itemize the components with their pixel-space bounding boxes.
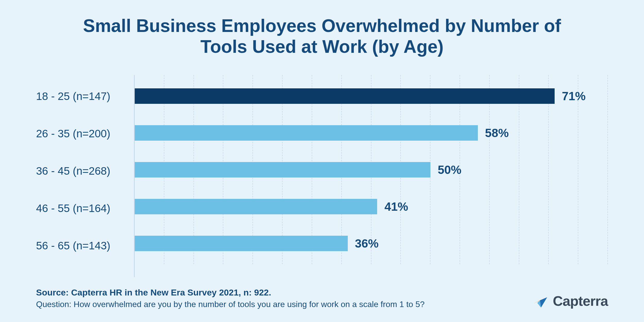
bar-row: 71% xyxy=(135,88,608,104)
chart-footer: Source: Capterra HR in the New Era Surve… xyxy=(36,287,608,309)
bar-row: 50% xyxy=(135,162,608,177)
source-block: Source: Capterra HR in the New Era Surve… xyxy=(36,287,425,309)
category-label: 26 - 35 (n=200) xyxy=(36,126,134,141)
bar-row: 41% xyxy=(135,199,608,214)
plot-area: 18 - 25 (n=147)26 - 35 (n=200)36 - 45 (n… xyxy=(36,75,608,277)
value-label: 71% xyxy=(562,89,586,103)
bar xyxy=(135,236,348,251)
bars-stack: 71%58%50%41%36% xyxy=(135,75,608,264)
chart-title: Small Business Employees Overwhelmed by … xyxy=(77,15,567,57)
brand-name: Capterra xyxy=(553,293,608,309)
category-label: 46 - 55 (n=164) xyxy=(36,201,134,216)
value-label: 58% xyxy=(485,126,509,140)
bar-row: 36% xyxy=(135,236,608,251)
bar xyxy=(135,125,478,141)
question-line: Question: How overwhelmed are you by the… xyxy=(36,300,425,309)
value-label: 41% xyxy=(384,200,408,214)
value-label: 36% xyxy=(355,236,379,250)
svg-marker-1 xyxy=(540,297,547,308)
bar xyxy=(135,199,377,214)
bar xyxy=(135,162,430,177)
value-label: 50% xyxy=(438,163,461,177)
category-label: 18 - 25 (n=147) xyxy=(36,89,134,104)
bar xyxy=(135,88,555,104)
brand-logo: Capterra xyxy=(532,293,608,309)
source-line: Source: Capterra HR in the New Era Surve… xyxy=(36,287,425,298)
category-label: 56 - 65 (n=143) xyxy=(36,238,134,253)
category-labels-column: 18 - 25 (n=147)26 - 35 (n=200)36 - 45 (n… xyxy=(36,75,134,277)
category-label: 36 - 45 (n=268) xyxy=(36,163,134,179)
capterra-arrow-icon xyxy=(532,293,549,309)
bar-row: 58% xyxy=(135,125,608,141)
bars-column: 71%58%50%41%36% xyxy=(134,75,608,277)
chart-container: Small Business Employees Overwhelmed by … xyxy=(0,0,644,322)
